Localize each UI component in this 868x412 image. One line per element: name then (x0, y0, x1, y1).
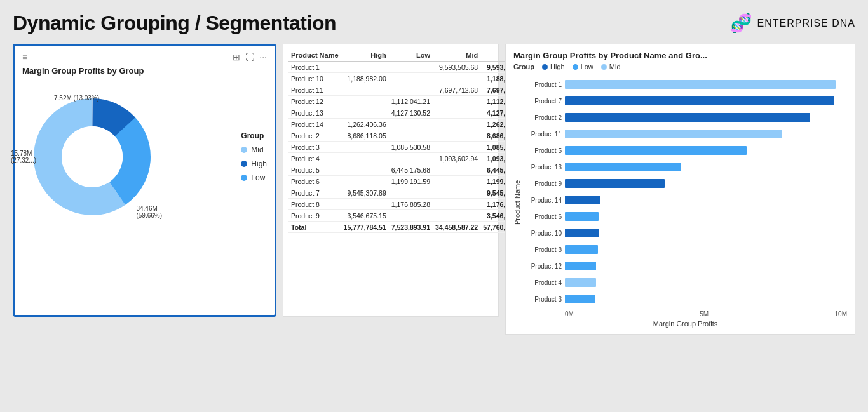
table-row: Product 1 9,593,505.68 9,593,505.68 (288, 62, 528, 73)
svg-point-3 (62, 126, 123, 187)
donut-label-bottom: 34.46M(59.66%) (136, 205, 162, 219)
cell-product: Product 8 (288, 199, 341, 210)
bar-legend-text-mid: Mid (609, 63, 621, 70)
cell-high: 1,188,982.00 (341, 73, 389, 84)
cell-mid (433, 107, 480, 119)
bar-fill-low (565, 295, 595, 303)
bar-container (565, 96, 847, 106)
cell-low: 4,127,130.52 (389, 107, 433, 119)
cell-low (389, 210, 433, 222)
bar-fill-low (565, 262, 596, 270)
col-header-mid: Mid (433, 50, 480, 62)
bar-label: Product 10 (524, 230, 565, 237)
cell-high: 1,262,406.36 (341, 119, 389, 130)
cell-high (341, 107, 389, 119)
bar-legend-text-high: High (550, 63, 565, 70)
donut-label-left: 15.78M(27.32...) (11, 150, 36, 164)
bar-rows: Product 1Product 7Product 2Product 11Pro… (524, 77, 847, 307)
table-row: Product 2 8,686,118.05 8,686,118.05 (288, 130, 528, 142)
page-wrapper: Dynamic Grouping / Segmentation 🧬 ENTERP… (0, 0, 868, 412)
bar-row: Product 14 (524, 192, 847, 208)
bar-label: Product 12 (524, 263, 565, 270)
bar-legend-text-low: Low (581, 63, 593, 70)
cell-high: 8,686,118.05 (341, 130, 389, 142)
bar-row: Product 8 (524, 242, 847, 257)
bar-fill-high (565, 229, 599, 237)
cell-low (389, 62, 433, 73)
table-row: Product 8 1,176,885.28 1,176,885.28 (288, 199, 528, 210)
bar-fill-low (565, 146, 747, 155)
col-header-high: High (341, 50, 389, 62)
bar-row: Product 5 (524, 143, 847, 158)
cell-high (341, 142, 389, 153)
col-header-product: Product Name (288, 50, 341, 62)
cell-mid (433, 187, 480, 199)
bar-fill-high (565, 179, 665, 188)
data-table: Product Name High Low Mid Total Product … (288, 50, 528, 233)
bar-container (565, 211, 847, 222)
cell-product: Product 11 (288, 84, 341, 96)
bar-container (565, 145, 847, 156)
bar-row: Product 13 (524, 159, 847, 175)
table-row: Product 10 1,188,982.00 1,188,982.00 (288, 73, 528, 84)
bar-container (565, 112, 847, 123)
cell-mid (433, 96, 480, 107)
table-body: Product 1 9,593,505.68 9,593,505.68 Prod… (288, 62, 528, 233)
donut-content: 7.52M (13.03%) 15.78M(27.32...) 34.46M(5… (22, 81, 267, 227)
cell-low: 1,199,191.59 (389, 176, 433, 187)
bar-label: Product 1 (524, 81, 565, 88)
more-icon[interactable]: ··· (259, 52, 267, 62)
bar-row: Product 11 (524, 126, 847, 142)
filter-icon[interactable]: ⊞ (233, 52, 240, 62)
legend-item-mid: Mid (241, 145, 267, 154)
x-tick-5: 5M (700, 310, 709, 317)
x-axis-title: Margin Group Profits (524, 320, 847, 328)
legend-dot-mid (241, 147, 247, 153)
legend-item-high: High (241, 159, 267, 168)
table-row: Product 5 6,445,175.68 6,445,175.68 (288, 164, 528, 176)
bar-legend-high: High (542, 63, 565, 70)
header: Dynamic Grouping / Segmentation 🧬 ENTERP… (13, 11, 855, 35)
bar-label: Product 7 (524, 98, 565, 105)
bar-fill-mid (565, 278, 596, 287)
bar-container (565, 277, 847, 288)
bar-fill-mid (565, 80, 836, 89)
bar-legend-dot-high (542, 64, 548, 70)
bar-container (565, 195, 847, 205)
page-title: Dynamic Grouping / Segmentation (13, 11, 336, 35)
bar-label: Product 3 (524, 296, 565, 303)
table-total-row: Total 15,777,784.51 7,523,893.91 34,458,… (288, 222, 528, 233)
cell-high (341, 96, 389, 107)
cell-high (341, 176, 389, 187)
cell-mid (433, 199, 480, 210)
bar-legend-dot-mid (601, 64, 607, 70)
cell-total-high: 15,777,784.51 (341, 222, 389, 233)
legend-title: Group (241, 131, 267, 140)
bar-fill-low (565, 245, 598, 254)
x-tick-10: 10M (835, 310, 847, 317)
cell-total-mid: 34,458,587.22 (433, 222, 480, 233)
bar-fill-high (565, 196, 600, 204)
focus-icon[interactable]: ⛶ (245, 52, 254, 62)
cell-mid (433, 142, 480, 153)
cell-product: Product 4 (288, 153, 341, 164)
bar-row: Product 4 (524, 275, 847, 290)
cell-low (389, 130, 433, 142)
logo-icon: 🧬 (730, 13, 752, 34)
bar-chart-inner: Product 1Product 7Product 2Product 11Pro… (524, 77, 847, 328)
donut-panel: ≡ ⊞ ⛶ ··· Margin Group Profits by Group (13, 44, 276, 317)
bar-row: Product 3 (524, 291, 847, 307)
cell-mid (433, 176, 480, 187)
donut-panel-title: Margin Group Profits by Group (22, 66, 267, 76)
table-row: Product 4 1,093,602.94 1,093,602.94 (288, 153, 528, 164)
cell-high: 3,546,675.15 (341, 210, 389, 222)
cell-total-low: 7,523,893.91 (389, 222, 433, 233)
table-row: Product 3 1,085,530.58 1,085,530.58 (288, 142, 528, 153)
table-row: Product 6 1,199,191.59 1,199,191.59 (288, 176, 528, 187)
cell-product: Product 1 (288, 62, 341, 73)
cell-product: Product 5 (288, 164, 341, 176)
legend-item-low: Low (241, 173, 267, 182)
bar-row: Product 10 (524, 225, 847, 241)
cell-high (341, 199, 389, 210)
bar-row: Product 7 (524, 93, 847, 109)
